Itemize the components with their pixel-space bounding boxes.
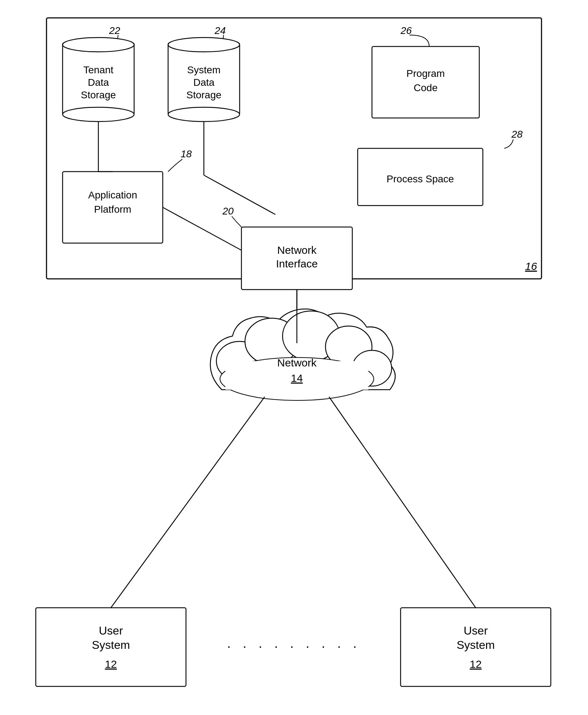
program-code-label2: Code: [414, 82, 438, 93]
tenant-storage-label2: Data: [88, 77, 109, 88]
program-code-ref: 26: [400, 25, 412, 36]
app-platform-label: Application: [88, 189, 137, 201]
server-box-label: 16: [525, 260, 537, 272]
app-platform-label2: Platform: [94, 204, 131, 215]
network-interface-label: Network: [277, 244, 317, 256]
left-user-system-ref: 12: [105, 658, 117, 670]
network-label: Network: [277, 357, 317, 369]
network-interface-label2: Interface: [276, 258, 318, 270]
system-storage-ref: 24: [214, 25, 226, 36]
tenant-storage-label: Tenant: [83, 64, 113, 75]
system-storage-label2: Data: [193, 77, 215, 88]
network-ref: 14: [291, 372, 303, 384]
svg-point-5: [168, 38, 240, 52]
left-user-system-label: User: [99, 624, 123, 637]
process-space-ref: 28: [511, 129, 523, 140]
dots-label: · · · · · · · · ·: [227, 639, 361, 654]
svg-point-6: [168, 107, 240, 122]
tenant-storage-label3: Storage: [81, 89, 116, 100]
svg-point-3: [63, 107, 134, 122]
right-user-system-label: User: [464, 624, 488, 637]
process-space-label: Process Space: [387, 173, 454, 184]
left-user-system-label2: System: [92, 638, 130, 651]
svg-point-2: [63, 38, 134, 52]
system-storage-label: System: [187, 64, 220, 75]
system-storage-label3: Storage: [186, 89, 221, 100]
right-user-system-ref: 12: [470, 658, 481, 670]
app-platform-ref: 18: [181, 148, 192, 159]
program-code-label: Program: [406, 68, 445, 79]
network-interface-ref: 20: [222, 206, 234, 217]
right-user-system-label2: System: [457, 638, 495, 651]
tenant-storage-ref: 22: [109, 25, 121, 36]
